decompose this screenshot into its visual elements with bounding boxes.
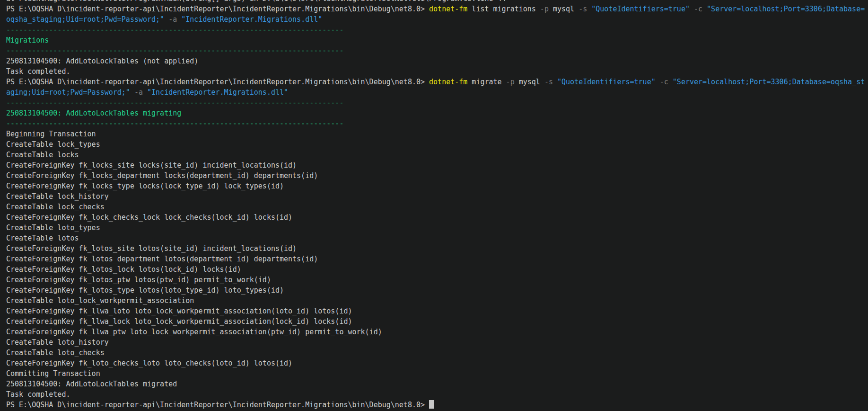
text-segment: CreateForeignKey fk_lotos_lock lotos(loc…: [6, 265, 241, 274]
text-segment: Task completed.: [6, 390, 70, 399]
text-segment: 250813104500: AddLotoLockTables migrated: [6, 380, 177, 388]
text-segment: [668, 78, 673, 86]
text-segment: CreateTable loto_lock_workpermit_associa…: [6, 296, 194, 305]
text-segment: CreateTable loto_history: [6, 338, 109, 347]
text-segment: CreateTable loto_checks: [6, 348, 105, 357]
text-segment: ----------------------------------------…: [6, 26, 343, 34]
text-segment: [143, 88, 147, 97]
text-segment: CreateForeignKey fk_locks_department loc…: [6, 171, 318, 180]
text-segment: aging;Uid=root;Pwd=Password;": [6, 88, 130, 97]
text-segment: CreateForeignKey fk_lotos_department lot…: [6, 255, 318, 263]
text-segment: PS E:\OQSHA D\incident-reporter-api\Inci…: [6, 78, 429, 86]
terminal-line: CreateTable loto_types: [6, 223, 868, 233]
text-segment: PS E:\OQSHA D\incident-reporter-api\Inci…: [6, 401, 429, 409]
terminal-window[interactable]: at FluentMigrator.DotNet.Cli.Program.Mai…: [0, 0, 868, 411]
terminal-line: CreateForeignKey fk_locks_site locks(sit…: [6, 160, 868, 170]
terminal-cursor[interactable]: [429, 400, 434, 409]
text-segment: PS E:\OQSHA D\incident-reporter-api\Inci…: [6, 5, 429, 13]
text-segment: CreateTable lock_types: [6, 140, 100, 149]
text-segment: [553, 78, 557, 86]
text-segment: CreateForeignKey fk_llwa_loto loto_lock_…: [6, 307, 352, 315]
text-segment: 250813104500: AddLotoLockTables (not app…: [6, 57, 198, 65]
terminal-line: CreateTable lotos: [6, 233, 868, 243]
text-segment: CreateForeignKey fk_lock_checks_lock loc…: [6, 213, 292, 222]
terminal-line: oqsha_staging;Uid=root;Pwd=Password;" -a…: [6, 14, 868, 25]
text-segment: [164, 15, 168, 24]
terminal-line: CreateTable loto_history: [6, 337, 868, 348]
text-segment: "IncidentReporter.Migrations.dll": [181, 15, 322, 24]
text-segment: CreateForeignKey fk_locks_type locks(loc…: [6, 182, 284, 190]
text-segment: ----------------------------------------…: [6, 98, 343, 107]
text-segment: [690, 5, 694, 13]
text-segment: [656, 78, 660, 86]
terminal-line: CreateForeignKey fk_lotos_department lot…: [6, 254, 868, 264]
separator-line: ----------------------------------------…: [6, 118, 868, 129]
terminal-line: CreateTable loto_checks: [6, 348, 868, 358]
text-segment: -s: [544, 78, 553, 86]
separator-line: ----------------------------------------…: [6, 25, 868, 35]
terminal-line: Task completed.: [6, 389, 868, 400]
terminal-line: PS E:\OQSHA D\incident-reporter-api\Inci…: [6, 400, 868, 410]
separator-line: ----------------------------------------…: [6, 98, 868, 108]
text-segment: "IncidentReporter.Migrations.dll": [147, 88, 288, 97]
text-segment: -a: [134, 88, 143, 97]
terminal-line: Committing Transaction: [6, 368, 868, 379]
terminal-line: Task completed.: [6, 66, 868, 77]
text-segment: oqsha_staging;Uid=root;Pwd=Password;": [6, 15, 164, 24]
terminal-line: Migrations: [6, 35, 868, 45]
text-segment: "QuoteIdentifiers=true": [557, 78, 656, 86]
terminal-line: CreateForeignKey fk_lock_checks_lock loc…: [6, 212, 868, 223]
terminal-line: CreateForeignKey fk_loto_checks_loto lot…: [6, 358, 868, 368]
text-segment: -p: [540, 5, 549, 13]
text-segment: migrate: [467, 78, 506, 86]
text-segment: mysql: [549, 5, 579, 13]
terminal-line: CreateForeignKey fk_llwa_lock loto_lock_…: [6, 316, 868, 327]
terminal-line: 250813104500: AddLotoLockTables migratin…: [6, 108, 868, 118]
text-segment: [702, 5, 707, 13]
text-segment: Beginning Transaction: [6, 130, 96, 138]
text-segment: -s: [579, 5, 587, 13]
terminal-line: CreateForeignKey fk_lotos_lock lotos(loc…: [6, 264, 868, 275]
terminal-line: CreateForeignKey fk_llwa_ptw loto_lock_w…: [6, 327, 868, 337]
text-segment: mysql: [515, 78, 544, 86]
text-segment: "Server=localhost;Port=3306;Database=: [707, 5, 865, 13]
separator-line: ----------------------------------------…: [6, 45, 868, 56]
text-segment: CreateForeignKey fk_lotos_site lotos(sit…: [6, 244, 297, 253]
text-segment: CreateTable loto_types: [6, 223, 100, 232]
text-segment: CreateForeignKey fk_lotos_type lotos(lot…: [6, 286, 284, 295]
terminal-line: CreateForeignKey fk_locks_type locks(loc…: [6, 181, 868, 191]
text-segment: "Server=localhost;Port=3306;Database=oqs…: [673, 78, 865, 86]
text-segment: dotnet-fm: [429, 78, 467, 86]
text-segment: 250813104500: AddLotoLockTables migratin…: [6, 109, 181, 117]
terminal-line: CreateForeignKey fk_lotos_site lotos(sit…: [6, 243, 868, 254]
text-segment: CreateTable lock_history: [6, 192, 109, 201]
text-segment: "QuoteIdentifiers=true": [591, 5, 690, 13]
text-segment: at FluentMigrator.DotNet.Cli.Program.Mai…: [6, 0, 506, 3]
text-segment: CreateForeignKey fk_llwa_lock loto_lock_…: [6, 317, 352, 326]
terminal-line: 250813104500: AddLotoLockTables (not app…: [6, 56, 868, 66]
terminal-line: CreateTable lock_history: [6, 191, 868, 202]
text-segment: [587, 5, 591, 13]
text-segment: Task completed.: [6, 67, 70, 76]
text-segment: -p: [506, 78, 515, 86]
text-segment: -a: [168, 15, 177, 24]
text-segment: CreateForeignKey fk_loto_checks_loto lot…: [6, 359, 292, 367]
text-segment: CreateTable locks: [6, 151, 79, 159]
terminal-line: at FluentMigrator.DotNet.Cli.Program.Mai…: [6, 0, 868, 4]
text-segment: Migrations: [6, 36, 49, 45]
text-segment: ----------------------------------------…: [6, 46, 343, 55]
terminal-line: CreateTable lock_checks: [6, 202, 868, 212]
terminal-line: CreateForeignKey fk_locks_department loc…: [6, 170, 868, 181]
text-segment: dotnet-fm: [429, 5, 467, 13]
text-segment: CreateTable lock_checks: [6, 203, 105, 211]
text-segment: CreateForeignKey fk_locks_site locks(sit…: [6, 161, 297, 170]
terminal-line: CreateForeignKey fk_lotos_ptw lotos(ptw_…: [6, 275, 868, 285]
text-segment: Committing Transaction: [6, 369, 100, 378]
terminal-line: CreateTable locks: [6, 150, 868, 160]
terminal-line: aging;Uid=root;Pwd=Password;" -a "Incide…: [6, 87, 868, 98]
terminal-line: PS E:\OQSHA D\incident-reporter-api\Inci…: [6, 4, 868, 14]
terminal-line: Beginning Transaction: [6, 129, 868, 139]
text-segment: CreateForeignKey fk_lotos_ptw lotos(ptw_…: [6, 276, 271, 284]
text-segment: ----------------------------------------…: [6, 119, 343, 128]
text-segment: -c: [694, 5, 702, 13]
